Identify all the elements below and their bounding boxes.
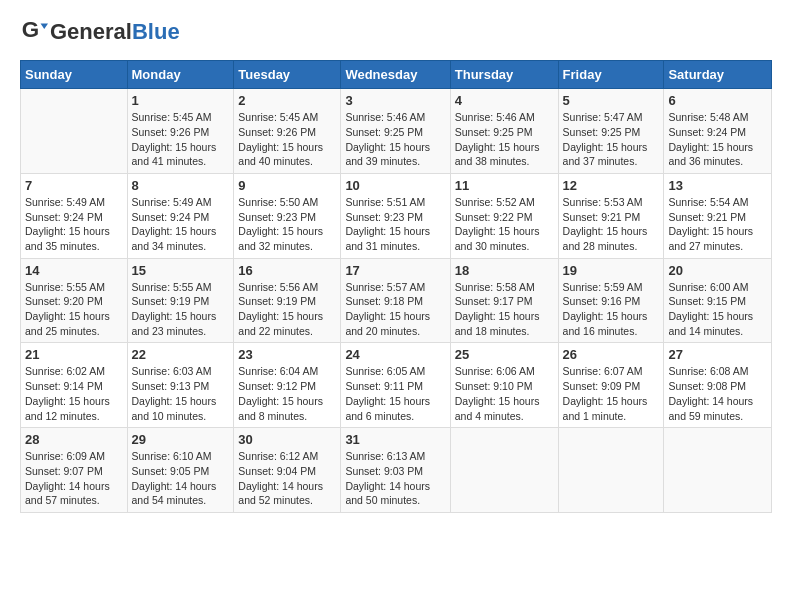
day-number: 7 [25, 178, 123, 193]
calendar-cell: 17Sunrise: 5:57 AM Sunset: 9:18 PM Dayli… [341, 258, 450, 343]
calendar-cell: 28Sunrise: 6:09 AM Sunset: 9:07 PM Dayli… [21, 428, 128, 513]
day-info: Sunrise: 5:56 AM Sunset: 9:19 PM Dayligh… [238, 280, 336, 339]
calendar-body: 1Sunrise: 5:45 AM Sunset: 9:26 PM Daylig… [21, 89, 772, 513]
header-day-sunday: Sunday [21, 61, 128, 89]
page-header: G GeneralBlue [20, 20, 772, 44]
calendar-cell: 23Sunrise: 6:04 AM Sunset: 9:12 PM Dayli… [234, 343, 341, 428]
calendar-cell: 4Sunrise: 5:46 AM Sunset: 9:25 PM Daylig… [450, 89, 558, 174]
day-info: Sunrise: 5:45 AM Sunset: 9:26 PM Dayligh… [238, 110, 336, 169]
calendar-cell: 6Sunrise: 5:48 AM Sunset: 9:24 PM Daylig… [664, 89, 772, 174]
calendar-cell: 14Sunrise: 5:55 AM Sunset: 9:20 PM Dayli… [21, 258, 128, 343]
day-info: Sunrise: 5:45 AM Sunset: 9:26 PM Dayligh… [132, 110, 230, 169]
calendar-cell: 29Sunrise: 6:10 AM Sunset: 9:05 PM Dayli… [127, 428, 234, 513]
day-number: 3 [345, 93, 445, 108]
day-number: 21 [25, 347, 123, 362]
calendar-week-row: 7Sunrise: 5:49 AM Sunset: 9:24 PM Daylig… [21, 173, 772, 258]
calendar-cell: 19Sunrise: 5:59 AM Sunset: 9:16 PM Dayli… [558, 258, 664, 343]
day-number: 18 [455, 263, 554, 278]
day-number: 26 [563, 347, 660, 362]
day-info: Sunrise: 6:08 AM Sunset: 9:08 PM Dayligh… [668, 364, 767, 423]
day-info: Sunrise: 6:07 AM Sunset: 9:09 PM Dayligh… [563, 364, 660, 423]
calendar-cell [664, 428, 772, 513]
calendar-cell: 21Sunrise: 6:02 AM Sunset: 9:14 PM Dayli… [21, 343, 128, 428]
calendar-cell [21, 89, 128, 174]
day-number: 13 [668, 178, 767, 193]
day-number: 8 [132, 178, 230, 193]
day-number: 29 [132, 432, 230, 447]
day-info: Sunrise: 5:48 AM Sunset: 9:24 PM Dayligh… [668, 110, 767, 169]
day-number: 14 [25, 263, 123, 278]
day-number: 1 [132, 93, 230, 108]
day-info: Sunrise: 6:13 AM Sunset: 9:03 PM Dayligh… [345, 449, 445, 508]
logo-icon: G [20, 16, 48, 44]
day-number: 12 [563, 178, 660, 193]
header-day-saturday: Saturday [664, 61, 772, 89]
calendar-cell: 8Sunrise: 5:49 AM Sunset: 9:24 PM Daylig… [127, 173, 234, 258]
header-day-tuesday: Tuesday [234, 61, 341, 89]
calendar-cell [558, 428, 664, 513]
day-info: Sunrise: 5:54 AM Sunset: 9:21 PM Dayligh… [668, 195, 767, 254]
calendar-cell: 22Sunrise: 6:03 AM Sunset: 9:13 PM Dayli… [127, 343, 234, 428]
calendar-cell: 15Sunrise: 5:55 AM Sunset: 9:19 PM Dayli… [127, 258, 234, 343]
day-number: 30 [238, 432, 336, 447]
day-number: 23 [238, 347, 336, 362]
day-number: 11 [455, 178, 554, 193]
calendar-cell: 10Sunrise: 5:51 AM Sunset: 9:23 PM Dayli… [341, 173, 450, 258]
day-info: Sunrise: 6:09 AM Sunset: 9:07 PM Dayligh… [25, 449, 123, 508]
calendar-week-row: 14Sunrise: 5:55 AM Sunset: 9:20 PM Dayli… [21, 258, 772, 343]
calendar-cell: 30Sunrise: 6:12 AM Sunset: 9:04 PM Dayli… [234, 428, 341, 513]
calendar-cell: 2Sunrise: 5:45 AM Sunset: 9:26 PM Daylig… [234, 89, 341, 174]
calendar-cell: 16Sunrise: 5:56 AM Sunset: 9:19 PM Dayli… [234, 258, 341, 343]
day-info: Sunrise: 5:46 AM Sunset: 9:25 PM Dayligh… [345, 110, 445, 169]
day-info: Sunrise: 6:00 AM Sunset: 9:15 PM Dayligh… [668, 280, 767, 339]
calendar-cell: 3Sunrise: 5:46 AM Sunset: 9:25 PM Daylig… [341, 89, 450, 174]
calendar-cell: 24Sunrise: 6:05 AM Sunset: 9:11 PM Dayli… [341, 343, 450, 428]
day-info: Sunrise: 6:06 AM Sunset: 9:10 PM Dayligh… [455, 364, 554, 423]
calendar-cell: 31Sunrise: 6:13 AM Sunset: 9:03 PM Dayli… [341, 428, 450, 513]
day-number: 24 [345, 347, 445, 362]
calendar-cell: 12Sunrise: 5:53 AM Sunset: 9:21 PM Dayli… [558, 173, 664, 258]
calendar-cell: 27Sunrise: 6:08 AM Sunset: 9:08 PM Dayli… [664, 343, 772, 428]
day-info: Sunrise: 5:49 AM Sunset: 9:24 PM Dayligh… [25, 195, 123, 254]
logo: G GeneralBlue [20, 20, 180, 44]
day-number: 20 [668, 263, 767, 278]
day-info: Sunrise: 6:10 AM Sunset: 9:05 PM Dayligh… [132, 449, 230, 508]
calendar-cell: 9Sunrise: 5:50 AM Sunset: 9:23 PM Daylig… [234, 173, 341, 258]
day-number: 16 [238, 263, 336, 278]
calendar-cell: 7Sunrise: 5:49 AM Sunset: 9:24 PM Daylig… [21, 173, 128, 258]
day-number: 25 [455, 347, 554, 362]
day-number: 17 [345, 263, 445, 278]
svg-text:G: G [22, 17, 39, 42]
logo-text: GeneralBlue [50, 20, 180, 44]
calendar-cell: 1Sunrise: 5:45 AM Sunset: 9:26 PM Daylig… [127, 89, 234, 174]
header-day-wednesday: Wednesday [341, 61, 450, 89]
day-info: Sunrise: 5:47 AM Sunset: 9:25 PM Dayligh… [563, 110, 660, 169]
calendar-cell: 25Sunrise: 6:06 AM Sunset: 9:10 PM Dayli… [450, 343, 558, 428]
day-info: Sunrise: 6:12 AM Sunset: 9:04 PM Dayligh… [238, 449, 336, 508]
day-number: 19 [563, 263, 660, 278]
day-number: 5 [563, 93, 660, 108]
calendar-week-row: 1Sunrise: 5:45 AM Sunset: 9:26 PM Daylig… [21, 89, 772, 174]
calendar-week-row: 28Sunrise: 6:09 AM Sunset: 9:07 PM Dayli… [21, 428, 772, 513]
day-number: 2 [238, 93, 336, 108]
calendar-cell [450, 428, 558, 513]
header-day-thursday: Thursday [450, 61, 558, 89]
day-info: Sunrise: 6:02 AM Sunset: 9:14 PM Dayligh… [25, 364, 123, 423]
day-number: 15 [132, 263, 230, 278]
calendar-header-row: SundayMondayTuesdayWednesdayThursdayFrid… [21, 61, 772, 89]
calendar-cell: 18Sunrise: 5:58 AM Sunset: 9:17 PM Dayli… [450, 258, 558, 343]
day-info: Sunrise: 5:55 AM Sunset: 9:20 PM Dayligh… [25, 280, 123, 339]
day-info: Sunrise: 5:55 AM Sunset: 9:19 PM Dayligh… [132, 280, 230, 339]
day-number: 27 [668, 347, 767, 362]
day-info: Sunrise: 5:49 AM Sunset: 9:24 PM Dayligh… [132, 195, 230, 254]
day-info: Sunrise: 5:58 AM Sunset: 9:17 PM Dayligh… [455, 280, 554, 339]
header-day-monday: Monday [127, 61, 234, 89]
calendar-cell: 5Sunrise: 5:47 AM Sunset: 9:25 PM Daylig… [558, 89, 664, 174]
day-info: Sunrise: 6:04 AM Sunset: 9:12 PM Dayligh… [238, 364, 336, 423]
day-info: Sunrise: 6:05 AM Sunset: 9:11 PM Dayligh… [345, 364, 445, 423]
header-day-friday: Friday [558, 61, 664, 89]
day-number: 22 [132, 347, 230, 362]
calendar-cell: 20Sunrise: 6:00 AM Sunset: 9:15 PM Dayli… [664, 258, 772, 343]
day-number: 28 [25, 432, 123, 447]
calendar-table: SundayMondayTuesdayWednesdayThursdayFrid… [20, 60, 772, 513]
